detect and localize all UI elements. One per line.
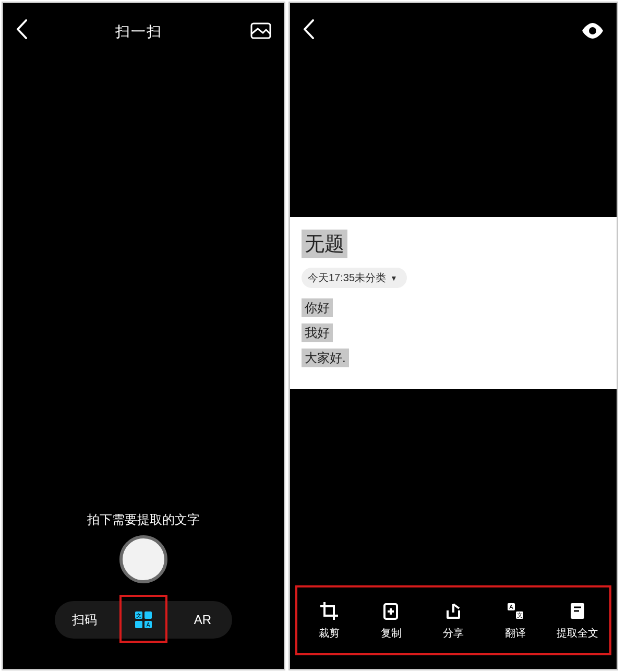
content-panel: 无题 今天17:35未分类 ▼ 你好 我好 大家好.: [290, 217, 617, 389]
hint-text: 拍下需要提取的文字: [3, 511, 284, 528]
eye-icon[interactable]: [581, 23, 604, 41]
note-line[interactable]: 我好: [302, 323, 333, 342]
bottom-toolbar: 裁剪 复制 分享 A文 翻译 提取全文: [290, 592, 617, 649]
svg-rect-2: [145, 611, 152, 619]
svg-text:A: A: [509, 604, 513, 610]
svg-text:文: 文: [516, 612, 522, 618]
copy-button[interactable]: 复制: [360, 601, 423, 640]
svg-rect-3: [135, 621, 142, 628]
note-title[interactable]: 无题: [302, 230, 347, 258]
gallery-icon[interactable]: [250, 22, 271, 41]
mode-bar: 扫码 文A AR: [55, 601, 232, 639]
page-title: 扫一扫: [115, 22, 162, 42]
svg-text:文: 文: [136, 613, 141, 618]
note-category: 未分类: [355, 271, 386, 285]
crop-button[interactable]: 裁剪: [298, 601, 360, 640]
translate-label: 翻译: [505, 626, 526, 640]
share-button[interactable]: 分享: [423, 601, 485, 640]
svg-point-7: [589, 27, 596, 34]
copy-label: 复制: [381, 626, 402, 640]
note-meta[interactable]: 今天17:35未分类 ▼: [302, 268, 407, 288]
extract-button[interactable]: 提取全文: [546, 601, 608, 640]
left-screen: 扫一扫 拍下需要提取的文字 扫码 文A AR: [2, 2, 285, 670]
back-icon[interactable]: [16, 19, 27, 44]
right-screen: 无题 今天17:35未分类 ▼ 你好 我好 大家好. 裁剪 复制 分享 A文 翻…: [288, 2, 618, 670]
left-header: 扫一扫: [3, 3, 284, 61]
shutter-button[interactable]: [119, 535, 167, 583]
share-label: 分享: [443, 626, 464, 640]
mode-ar[interactable]: AR: [179, 605, 225, 634]
mode-scan[interactable]: 扫码: [62, 605, 107, 634]
svg-text:A: A: [147, 622, 150, 628]
mode-translate-icon[interactable]: 文A: [121, 605, 166, 634]
right-header: [290, 3, 617, 61]
chevron-down-icon: ▼: [390, 274, 398, 282]
crop-label: 裁剪: [319, 626, 340, 640]
note-line[interactable]: 你好: [302, 298, 333, 317]
note-timestamp: 今天17:35: [308, 271, 355, 285]
extract-label: 提取全文: [557, 626, 598, 640]
back-icon[interactable]: [303, 19, 314, 44]
translate-button[interactable]: A文 翻译: [484, 601, 546, 640]
note-line[interactable]: 大家好.: [302, 349, 349, 367]
